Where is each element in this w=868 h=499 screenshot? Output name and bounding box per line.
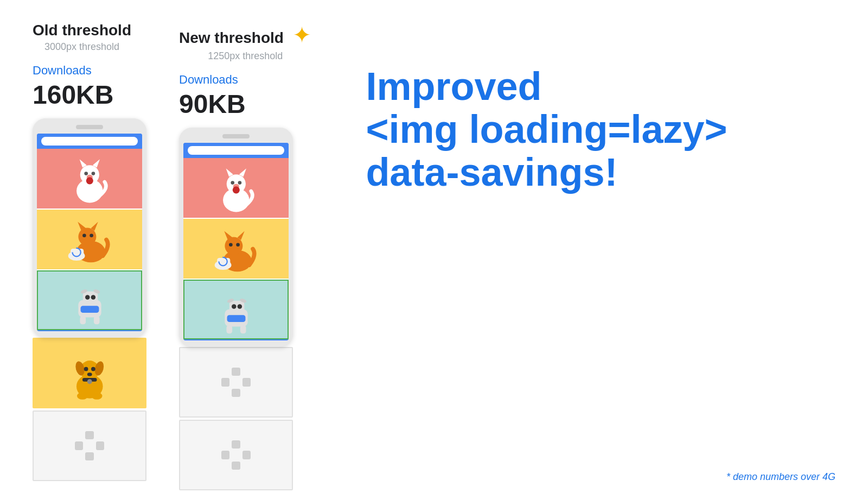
new-threshold-header: New threshold ✦ 1250px threshold xyxy=(179,22,311,62)
svg-point-5 xyxy=(91,172,95,175)
svg-point-46 xyxy=(225,237,242,255)
old-threshold-header: Old threshold 3000px threshold xyxy=(33,22,131,53)
old-image-robot-dog xyxy=(37,270,142,330)
new-phone-notch xyxy=(222,134,250,138)
svg-point-7 xyxy=(86,177,93,184)
hero-line-1: Improved xyxy=(366,65,835,108)
new-image-cat xyxy=(183,158,289,218)
svg-rect-55 xyxy=(229,301,244,313)
svg-point-4 xyxy=(84,172,88,175)
svg-point-36 xyxy=(91,392,102,399)
svg-point-9 xyxy=(78,228,96,245)
svg-point-19 xyxy=(85,295,90,299)
svg-point-50 xyxy=(236,243,240,247)
new-downloads-size: 90KB xyxy=(179,89,246,119)
old-phone-screen xyxy=(37,134,142,331)
new-threshold-title: New threshold xyxy=(179,29,284,46)
loading-spinner-2 xyxy=(221,368,251,397)
new-phone-screen xyxy=(183,143,289,340)
new-image-loading-1 xyxy=(179,347,293,418)
svg-rect-59 xyxy=(226,326,232,334)
old-image-dog-below xyxy=(33,338,146,408)
sparkle-icon: ✦ xyxy=(292,22,311,48)
new-orange-cat-illustration xyxy=(189,222,284,276)
svg-point-34 xyxy=(87,379,92,384)
main-container: Old threshold 3000px threshold Downloads… xyxy=(0,0,868,499)
svg-point-32 xyxy=(87,372,92,376)
svg-point-56 xyxy=(232,304,236,308)
loading-spinner-3 xyxy=(221,440,251,470)
svg-rect-58 xyxy=(227,315,245,323)
old-address-bar xyxy=(37,134,142,149)
old-image-orange-cat xyxy=(37,210,142,269)
svg-rect-22 xyxy=(80,317,86,325)
orange-cat-illustration xyxy=(42,213,137,267)
svg-point-35 xyxy=(77,392,88,399)
old-image-loading-below xyxy=(33,410,146,481)
old-threshold-column: Old threshold 3000px threshold Downloads… xyxy=(33,22,146,483)
old-image-cat xyxy=(37,149,142,209)
loading-spinner-1 xyxy=(75,431,104,460)
old-threshold-title: Old threshold xyxy=(33,22,131,39)
new-phone-content xyxy=(183,158,289,339)
new-cat-illustration xyxy=(189,161,284,215)
new-threshold-subtitle: 1250px threshold xyxy=(179,50,311,62)
svg-point-13 xyxy=(90,233,93,237)
new-address-bar-inner xyxy=(188,146,284,155)
old-phone-content xyxy=(37,149,142,330)
old-downloads-label: Downloads xyxy=(33,64,92,78)
new-address-bar xyxy=(183,143,289,158)
svg-point-44 xyxy=(232,186,239,193)
svg-point-12 xyxy=(82,233,86,237)
cat-illustration xyxy=(42,152,137,206)
svg-rect-60 xyxy=(240,326,246,334)
svg-rect-21 xyxy=(80,306,99,313)
old-downloads-size: 160KB xyxy=(33,80,113,110)
svg-point-30 xyxy=(84,367,88,371)
svg-point-20 xyxy=(91,295,95,299)
dog-illustration xyxy=(41,343,138,403)
svg-rect-18 xyxy=(82,292,98,304)
svg-point-41 xyxy=(231,181,234,185)
svg-point-31 xyxy=(91,367,95,371)
new-image-loading-2 xyxy=(179,420,293,490)
svg-point-42 xyxy=(238,181,241,185)
new-image-orange-cat xyxy=(183,219,289,279)
svg-point-57 xyxy=(237,304,241,308)
phone-notch xyxy=(76,125,103,129)
old-phone-mockup xyxy=(33,118,146,338)
new-downloads-label: Downloads xyxy=(179,73,238,87)
hero-text-section: Improved <img loading=lazy> data-savings… xyxy=(344,22,835,194)
old-threshold-subtitle: 3000px threshold xyxy=(33,41,131,53)
demo-note: * demo numbers over 4G xyxy=(726,471,835,483)
new-image-robot-dog xyxy=(183,280,289,339)
new-robot-dog-illustration xyxy=(190,283,283,335)
robot-dog-illustration xyxy=(43,274,136,326)
new-threshold-column: New threshold ✦ 1250px threshold Downloa… xyxy=(179,22,311,492)
new-phone-mockup xyxy=(179,128,293,347)
hero-line-2: <img loading=lazy> xyxy=(366,108,835,151)
svg-point-49 xyxy=(229,243,233,247)
address-bar-inner xyxy=(41,137,138,146)
hero-line-3: data-savings! xyxy=(366,151,835,194)
svg-rect-23 xyxy=(93,317,99,325)
